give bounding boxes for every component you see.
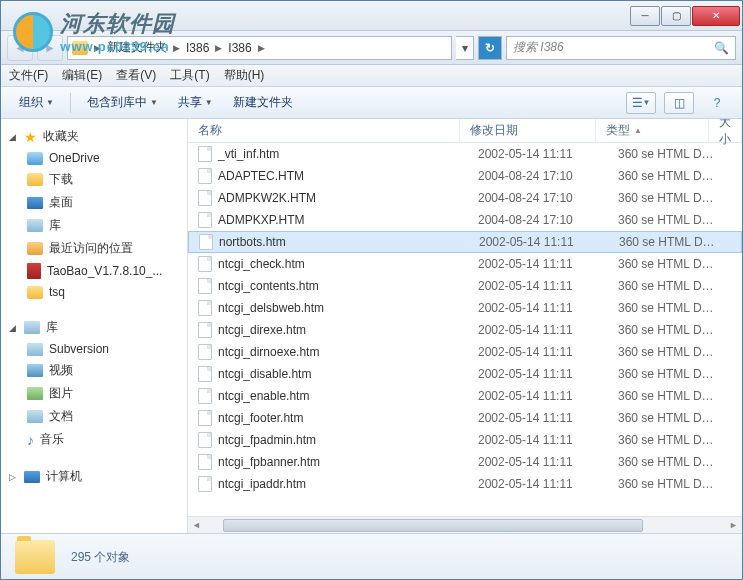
file-row[interactable]: ntcgi_contents.htm 2002-05-14 11:11 360 … (188, 275, 742, 297)
sidebar-item[interactable]: tsq (1, 282, 187, 302)
share-button[interactable]: 共享▼ (170, 91, 221, 114)
file-list[interactable]: _vti_inf.htm 2002-05-14 11:11 360 se HTM… (188, 143, 742, 516)
file-name: ntcgi_contents.htm (218, 279, 319, 293)
file-name: ntcgi_check.htm (218, 257, 305, 271)
column-size[interactable]: 大小 (709, 119, 742, 142)
scroll-left-icon[interactable]: ◄ (188, 518, 205, 533)
expand-icon[interactable]: ▷ (9, 472, 18, 482)
file-row[interactable]: ADAPTEC.HTM 2004-08-24 17:10 360 se HTML… (188, 165, 742, 187)
sidebar-item[interactable]: Subversion (1, 339, 187, 359)
sidebar-item[interactable]: OneDrive (1, 148, 187, 168)
include-library-button[interactable]: 包含到库中▼ (79, 91, 166, 114)
sidebar-item[interactable]: 下载 (1, 168, 187, 191)
folder-icon (15, 540, 55, 574)
sidebar-item[interactable]: 桌面 (1, 191, 187, 214)
file-row[interactable]: ntcgi_check.htm 2002-05-14 11:11 360 se … (188, 253, 742, 275)
scroll-right-icon[interactable]: ► (725, 518, 742, 533)
chevron-right-icon[interactable]: ▶ (213, 43, 224, 53)
sidebar-item-label: 视频 (49, 362, 73, 379)
html-file-icon (199, 234, 213, 250)
sidebar-libraries-header[interactable]: ◢ 库 (1, 316, 187, 339)
scrollbar-thumb[interactable] (223, 519, 643, 532)
file-name: _vti_inf.htm (218, 147, 279, 161)
file-type: 360 se HTML Do... (608, 367, 724, 381)
maximize-button[interactable]: ▢ (661, 6, 691, 26)
file-date: 2002-05-14 11:11 (468, 433, 608, 447)
horizontal-scrollbar[interactable]: ◄ ► (188, 516, 742, 533)
file-row[interactable]: ADMPKXP.HTM 2004-08-24 17:10 360 se HTML… (188, 209, 742, 231)
explorer-body: ◢ ★ 收藏夹 OneDrive下载桌面库最近访问的位置TaoBao_V1.7.… (1, 119, 742, 533)
view-options-button[interactable]: ☰ ▼ (626, 92, 656, 114)
sidebar-item-label: tsq (49, 285, 65, 299)
address-dropdown[interactable]: ▾ (456, 36, 474, 60)
breadcrumb[interactable]: ▶ 新建文件夹 ▶ I386 ▶ I386 ▶ (67, 36, 452, 60)
menu-help[interactable]: 帮助(H) (224, 67, 265, 84)
html-file-icon (198, 256, 212, 272)
menu-edit[interactable]: 编辑(E) (62, 67, 102, 84)
sidebar-item[interactable]: ♪音乐 (1, 428, 187, 451)
sidebar-item[interactable]: 图片 (1, 382, 187, 405)
sidebar-item-label: 音乐 (40, 431, 64, 448)
breadcrumb-item[interactable]: I386 (182, 41, 213, 55)
html-file-icon (198, 410, 212, 426)
file-row[interactable]: ntcgi_fpbanner.htm 2002-05-14 11:11 360 … (188, 451, 742, 473)
file-row[interactable]: ntcgi_delsbweb.htm 2002-05-14 11:11 360 … (188, 297, 742, 319)
file-row[interactable]: ntcgi_fpadmin.htm 2002-05-14 11:11 360 s… (188, 429, 742, 451)
chevron-right-icon[interactable]: ▶ (171, 43, 182, 53)
column-type[interactable]: 类型▲ (596, 119, 709, 142)
search-input[interactable]: 搜索 I386 🔍 (506, 36, 736, 60)
html-file-icon (198, 476, 212, 492)
sidebar-item-label: 最近访问的位置 (49, 240, 133, 257)
file-row[interactable]: ADMPKW2K.HTM 2004-08-24 17:10 360 se HTM… (188, 187, 742, 209)
close-button[interactable]: ✕ (692, 6, 740, 26)
refresh-button[interactable]: ↻ (478, 36, 502, 60)
file-row[interactable]: ntcgi_disable.htm 2002-05-14 11:11 360 s… (188, 363, 742, 385)
help-button[interactable]: ? (702, 92, 732, 114)
sidebar-item[interactable]: 文档 (1, 405, 187, 428)
menu-file[interactable]: 文件(F) (9, 67, 48, 84)
sidebar-item[interactable]: TaoBao_V1.7.8.10_... (1, 260, 187, 282)
column-name[interactable]: 名称 (188, 119, 460, 142)
file-row[interactable]: _vti_inf.htm 2002-05-14 11:11 360 se HTM… (188, 143, 742, 165)
file-name: ntcgi_delsbweb.htm (218, 301, 324, 315)
collapse-icon[interactable]: ◢ (9, 323, 18, 333)
menu-tools[interactable]: 工具(T) (170, 67, 209, 84)
new-folder-button[interactable]: 新建文件夹 (225, 91, 301, 114)
status-count: 295 个对象 (71, 549, 130, 566)
breadcrumb-item[interactable]: I386 (224, 41, 255, 55)
file-row[interactable]: ntcgi_ipaddr.htm 2002-05-14 11:11 360 se… (188, 473, 742, 495)
sidebar-item[interactable]: 视频 (1, 359, 187, 382)
sidebar-favorites-header[interactable]: ◢ ★ 收藏夹 (1, 125, 187, 148)
collapse-icon[interactable]: ◢ (9, 132, 18, 142)
sidebar-item[interactable]: 最近访问的位置 (1, 237, 187, 260)
menu-view[interactable]: 查看(V) (116, 67, 156, 84)
sidebar-item-label: 桌面 (49, 194, 73, 211)
chevron-right-icon[interactable]: ▶ (256, 43, 267, 53)
organize-button[interactable]: 组织▼ (11, 91, 62, 114)
sidebar-item[interactable]: 库 (1, 214, 187, 237)
chevron-right-icon[interactable]: ▶ (92, 43, 103, 53)
html-file-icon (198, 454, 212, 470)
file-date: 2002-05-14 11:11 (469, 235, 609, 249)
nav-forward-button[interactable]: ► (37, 35, 63, 61)
sort-asc-icon: ▲ (634, 126, 642, 135)
file-row[interactable]: ntcgi_footer.htm 2002-05-14 11:11 360 se… (188, 407, 742, 429)
file-name: ADMPKW2K.HTM (218, 191, 316, 205)
sidebar-computer-header[interactable]: ▷ 计算机 (1, 465, 187, 488)
downloads-icon (27, 173, 43, 186)
file-row[interactable]: ntcgi_direxe.htm 2002-05-14 11:11 360 se… (188, 319, 742, 341)
file-row[interactable]: nortbots.htm 2002-05-14 11:11 360 se HTM… (188, 231, 742, 253)
html-file-icon (198, 322, 212, 338)
column-date[interactable]: 修改日期 (460, 119, 596, 142)
breadcrumb-item[interactable]: 新建文件夹 (103, 39, 171, 56)
preview-pane-button[interactable]: ◫ (664, 92, 694, 114)
file-date: 2002-05-14 11:11 (468, 477, 608, 491)
html-file-icon (198, 432, 212, 448)
search-placeholder: 搜索 I386 (513, 39, 564, 56)
file-row[interactable]: ntcgi_enable.htm 2002-05-14 11:11 360 se… (188, 385, 742, 407)
search-icon[interactable]: 🔍 (714, 41, 729, 55)
nav-back-button[interactable]: ◄ (7, 35, 33, 61)
minimize-button[interactable]: ─ (630, 6, 660, 26)
chevron-down-icon: ▼ (150, 98, 158, 107)
file-row[interactable]: ntcgi_dirnoexe.htm 2002-05-14 11:11 360 … (188, 341, 742, 363)
